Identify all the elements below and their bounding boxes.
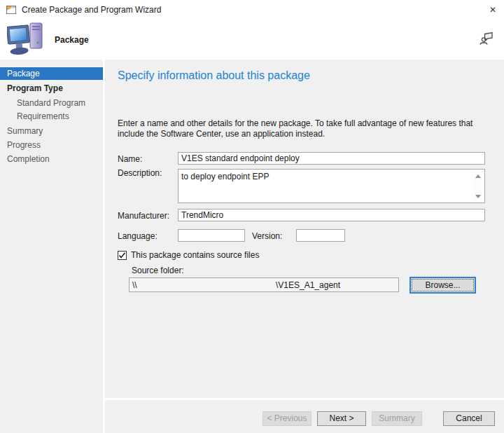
computer-icon xyxy=(7,22,48,59)
work-area: Package Program Type Standard Program Re… xyxy=(0,60,504,433)
sidebar-item-completion[interactable]: Completion xyxy=(0,153,103,165)
version-label: Version: xyxy=(252,231,282,241)
intro-text: Enter a name and other details for the n… xyxy=(118,118,491,139)
source-files-checkbox-label[interactable]: This package contains source files xyxy=(131,251,259,260)
source-folder-input[interactable]: \\ \V1ES_A1_agent xyxy=(129,277,399,292)
name-input[interactable] xyxy=(178,152,485,165)
sidebar-item-progress[interactable]: Progress xyxy=(0,139,103,151)
description-label: Description: xyxy=(118,168,162,178)
next-button[interactable]: Next > xyxy=(317,411,366,426)
source-folder-suffix: \V1ES_A1_agent xyxy=(276,280,340,290)
page-title: Package xyxy=(55,35,89,45)
source-files-checkbox[interactable] xyxy=(118,251,127,260)
scroll-up-icon[interactable] xyxy=(472,171,484,181)
close-icon[interactable]: ✕ xyxy=(482,0,504,20)
feedback-icon[interactable] xyxy=(479,30,494,48)
sidebar-item-requirements[interactable]: Requirements xyxy=(0,110,103,123)
wizard-steps-sidebar: Package Program Type Standard Program Re… xyxy=(0,60,103,433)
page-heading: Specify information about this package xyxy=(118,69,310,82)
title-bar: Create Package and Program Wizard ✕ xyxy=(0,0,504,20)
version-input[interactable] xyxy=(296,229,345,242)
browse-button[interactable]: Browse... xyxy=(410,277,476,294)
summary-button: Summary xyxy=(372,411,422,426)
scroll-down-icon[interactable] xyxy=(472,191,484,201)
wizard-app-icon xyxy=(6,4,17,15)
source-folder-label: Source folder: xyxy=(132,266,184,275)
cancel-button[interactable]: Cancel xyxy=(443,411,495,426)
sidebar-item-standard-program[interactable]: Standard Program xyxy=(0,97,103,109)
footer-divider xyxy=(105,398,504,400)
description-text: to deploy endpoint EPP xyxy=(181,172,470,181)
window-title: Create Package and Program Wizard xyxy=(22,5,161,15)
name-label: Name: xyxy=(118,154,142,164)
description-scrollbar[interactable] xyxy=(472,170,484,202)
package-form-panel: Specify information about this package E… xyxy=(105,60,504,433)
wizard-header: Package xyxy=(0,20,504,60)
language-label: Language: xyxy=(118,231,158,241)
sidebar-item-summary[interactable]: Summary xyxy=(0,125,103,137)
manufacturer-label: Manufacturer: xyxy=(118,211,169,221)
language-input[interactable] xyxy=(178,229,245,242)
manufacturer-input[interactable] xyxy=(178,209,485,221)
description-input[interactable]: to deploy endpoint EPP xyxy=(178,169,485,203)
previous-button: < Previous xyxy=(262,411,312,426)
sidebar-item-package[interactable]: Package xyxy=(0,67,103,80)
sidebar-item-program-type[interactable]: Program Type xyxy=(0,82,103,95)
source-folder-prefix: \\ xyxy=(132,280,137,290)
